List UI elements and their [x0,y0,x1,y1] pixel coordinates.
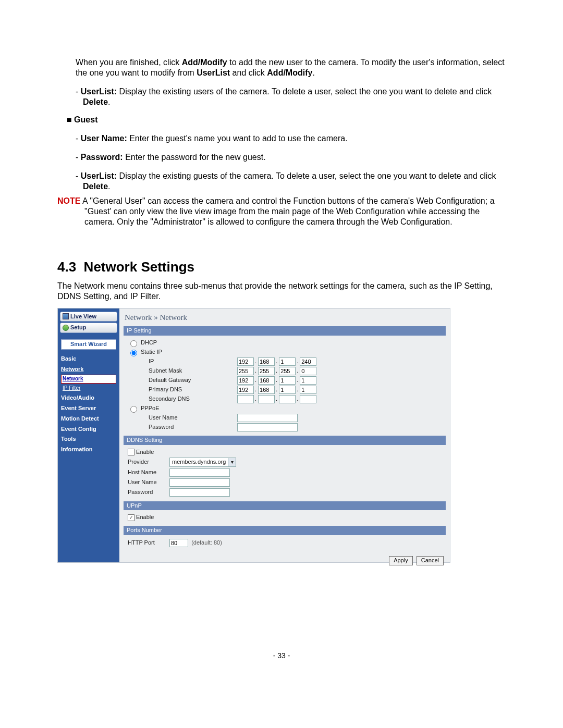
breadcrumb: Network » Network [124,311,446,326]
label-provider: Provider [128,459,169,466]
ddns-enable-checkbox[interactable] [128,449,134,455]
sidebar-item-information[interactable]: Information [58,445,119,455]
section-upnp: UPnP [124,501,446,511]
sidebar-item-video-audio[interactable]: Video/Audio [58,393,119,403]
webui-screenshot: Live View Setup Smart Wizard Basic Netwo… [57,308,450,563]
subnav-ipfilter[interactable]: IP Filter [61,384,116,393]
sidebar-item-basic[interactable]: Basic [58,354,119,364]
ip-octet[interactable] [258,357,275,366]
sdns-octet[interactable] [279,395,296,403]
main-panel: Network » Network IP Setting DHCP Static… [119,309,450,562]
http-port-hint: (default: 80) [191,539,222,547]
sidebar-item-motion-detect[interactable]: Motion Detect [58,414,119,424]
mask-octet[interactable] [300,367,316,375]
intro-paragraph: When you are finished, click Add/Modify … [76,57,506,78]
sdns-octet[interactable] [237,395,254,403]
label-pppoe-pass: Password [128,424,211,431]
sdns-octet[interactable] [258,395,275,403]
chevron-down-icon: ▾ [228,458,236,466]
sidebar-item-network[interactable]: Network [58,364,119,375]
ip-octet[interactable] [279,357,296,366]
label-pppoe-user: User Name [128,414,211,422]
label-secondary-dns: Secondary DNS [128,396,211,403]
pdns-octet[interactable] [279,386,296,394]
sidebar-item-event-config[interactable]: Event Config [58,424,119,435]
ip-octet[interactable] [300,357,316,366]
subnav-network[interactable]: Network [61,375,116,384]
tab-live-view[interactable]: Live View [60,312,117,322]
section-heading: 4.3 Network Settings [57,258,506,276]
section-intro: The Network menu contains three sub-menu… [57,281,506,302]
radio-pppoe[interactable] [130,406,137,413]
smart-wizard-button[interactable]: Smart Wizard [61,339,116,350]
section-ddns: DDNS Setting [124,436,446,445]
tab-setup[interactable]: Setup [60,323,117,333]
mask-octet[interactable] [237,367,254,375]
mask-octet[interactable] [258,367,275,375]
section-ports: Ports Number [124,526,446,535]
userlist-bullet: - UserList: Display the existing users o… [76,87,506,107]
pdns-octet[interactable] [300,386,316,394]
sidebar-item-tools[interactable]: Tools [58,434,119,445]
gear-icon [63,325,69,331]
page-number: - 33 - [57,651,506,661]
label-ddns-user: User Name [128,479,169,486]
label-hostname: Host Name [128,469,169,476]
ddns-pass-input[interactable] [169,488,230,497]
label-subnet: Subnet Mask [128,367,211,375]
pppoe-user-input[interactable] [237,414,298,422]
label-ddns-pass: Password [128,489,169,496]
gw-octet[interactable] [258,376,275,385]
label-primary-dns: Primary DNS [128,386,211,393]
apply-button[interactable]: Apply [389,556,413,565]
mask-octet[interactable] [279,367,296,375]
upnp-enable-checkbox[interactable]: ✓ [128,514,134,521]
gw-octet[interactable] [279,376,296,385]
label-ip: IP [128,358,211,365]
label-gateway: Default Gateway [128,377,211,384]
label-http-port: HTTP Port [128,539,169,547]
pppoe-pass-input[interactable] [237,423,298,431]
http-port-input[interactable] [169,539,188,547]
ip-octet[interactable] [237,357,254,366]
guest-item: - User Name: Enter the guest's name you … [76,133,506,144]
monitor-icon [63,313,69,319]
ddns-user-input[interactable] [169,478,230,487]
sdns-octet[interactable] [300,395,316,403]
guest-userlist-bullet: - UserList: Display the existing guests … [76,171,506,192]
gw-octet[interactable] [237,376,254,385]
pdns-octet[interactable] [258,386,275,394]
sidebar-item-event-server[interactable]: Event Server [58,403,119,414]
sidebar: Live View Setup Smart Wizard Basic Netwo… [58,309,119,562]
note-paragraph: NOTE A "General User" can access the cam… [57,196,506,227]
guest-item: - Password: Enter the password for the n… [76,152,506,163]
hostname-input[interactable] [169,468,230,477]
guest-heading: Guest [57,115,506,125]
section-ip-setting: IP Setting [124,326,446,336]
cancel-button[interactable]: Cancel [417,556,444,565]
provider-select[interactable]: members.dyndns.org▾ [169,458,236,467]
gw-octet[interactable] [300,376,316,385]
radio-dhcp[interactable] [130,340,137,347]
pdns-octet[interactable] [237,386,254,394]
radio-static-ip[interactable] [130,350,137,356]
